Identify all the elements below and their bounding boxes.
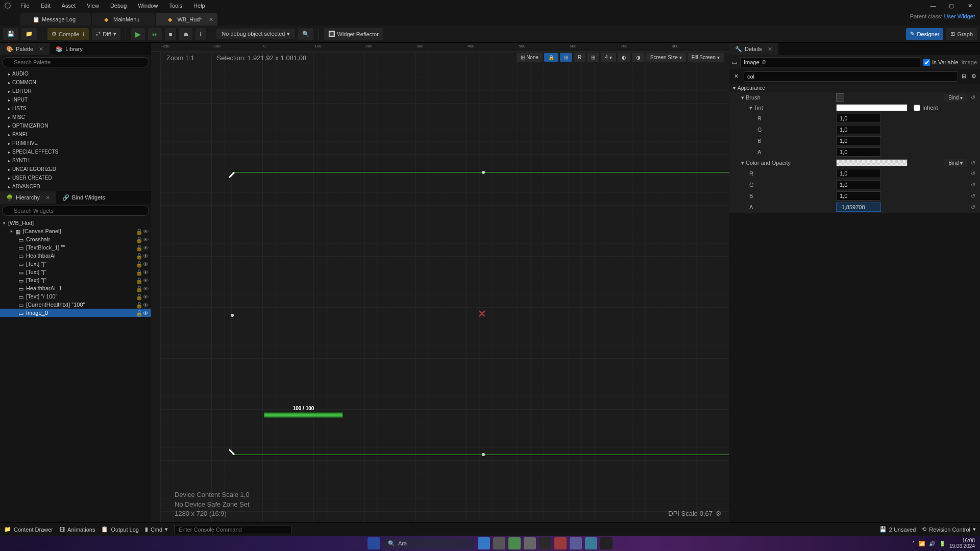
cmd-dropdown[interactable]: ▮Cmd ▾ [145,526,168,533]
eye-icon[interactable]: 👁 [143,294,149,299]
resize-handle-bl[interactable] [227,447,239,460]
hier-item[interactable]: ▭[Text] "|"🔓👁 [0,276,151,284]
gear-icon[interactable]: ⚙ [970,71,978,82]
bind-dropdown[interactable]: Bind ▾ [944,94,967,102]
grid-button[interactable]: ⊞ [560,53,572,62]
palette-category[interactable]: OPTIMIZATION [0,121,151,130]
hier-item[interactable]: ▭HealthbarAI🔓👁 [0,252,151,260]
reset-button[interactable]: ↺ [971,193,978,199]
layout-none-button[interactable]: ⊞ None [517,53,543,62]
tint-b-input[interactable] [836,136,881,145]
stop-button[interactable]: ■ [165,28,177,40]
palette-category[interactable]: LISTS [0,104,151,113]
resize-handle-tl[interactable] [227,167,239,180]
section-appearance[interactable]: ▾ Appearance [729,84,980,92]
dpi-scale[interactable]: DPI Scale 0,67⚙ [668,510,722,517]
menu-help[interactable]: Help [188,2,210,10]
taskbar-app[interactable] [600,537,612,549]
console-input[interactable] [174,525,291,534]
play-button[interactable]: ▶ [131,28,145,40]
color-swatch[interactable] [836,159,908,166]
designer-viewport[interactable]: -200 -100 0 100 200 300 400 500 600 700 … [151,43,729,522]
screen-size-dropdown[interactable]: Screen Size ▾ [646,53,686,62]
palette-category[interactable]: ADVANCED [0,182,151,191]
eye-icon[interactable]: 👁 [143,245,149,250]
eye-icon[interactable]: 👁 [143,229,149,234]
reset-button[interactable]: ↺ [971,204,978,211]
palette-search-input[interactable] [2,57,149,67]
designer-mode-button[interactable]: ✎Designer [906,28,943,40]
reset-button[interactable]: ↺ [971,182,978,188]
eye-icon[interactable]: 👁 [143,310,149,315]
library-tab[interactable]: 📚Library [50,43,89,55]
tab-mainmenu[interactable]: ◆ MainMenu [92,13,155,26]
hierarchy-search-input[interactable] [2,206,149,216]
lock-icon[interactable]: 🔓 [136,310,142,315]
diff-button[interactable]: ⇄Diff ▾ [92,28,120,40]
palette-category[interactable]: EDITOR [0,87,151,95]
content-drawer-button[interactable]: 📁Content Drawer [4,526,53,533]
lock-icon[interactable]: 🔓 [136,245,142,250]
taskbar-app[interactable] [570,537,582,549]
eye-icon[interactable]: 👁 [143,278,149,283]
chevron-up-icon[interactable]: ˄ [912,541,915,546]
reset-button[interactable]: ↺ [971,160,978,166]
palette-tab[interactable]: 🎨Palette✕ [0,43,50,55]
start-button[interactable] [368,537,380,549]
filter-icon[interactable]: ⊞ [960,71,968,82]
palette-category[interactable]: INPUT [0,95,151,104]
hier-canvas[interactable]: ▾▦[Canvas Panel]🔓👁 [0,227,151,235]
taskbar-app[interactable] [478,537,490,549]
fill-screen-dropdown[interactable]: Fill Screen ▾ [688,53,724,62]
ue-logo[interactable] [3,1,12,10]
graph-mode-button[interactable]: ⊞Graph [946,28,977,40]
color-r-input[interactable] [836,169,881,178]
tint-g-input[interactable] [836,125,881,134]
bind-dropdown[interactable]: Bind ▾ [944,159,967,167]
output-log-button[interactable]: 📋Output Log [101,526,138,533]
window-minimize[interactable]: — [926,3,940,9]
eye-icon[interactable]: 👁 [143,253,149,258]
palette-category[interactable]: SPECIAL EFFECTS [0,147,151,156]
clear-search-button[interactable]: ✕ [731,71,742,82]
lock-icon[interactable]: 🔓 [136,261,142,266]
lock-icon[interactable]: 🔓 [136,278,142,283]
eject-button[interactable]: ⏏ [179,28,192,40]
palette-category[interactable]: UNCATEGORIZED [0,165,151,173]
hier-root[interactable]: ▾[WB_Hud] [0,219,151,227]
resize-handle-tr[interactable] [724,167,729,180]
lock-icon[interactable]: 🔓 [136,253,142,258]
lock-icon[interactable]: 🔓 [136,269,142,274]
volume-icon[interactable]: 🔊 [929,541,935,546]
window-close[interactable]: ✕ [963,3,977,9]
hier-item[interactable]: ▭[CurrentHealthtxt] "100"🔓👁 [0,300,151,309]
lock-button[interactable]: 🔒 [544,53,558,62]
palette-category[interactable]: SYNTH [0,156,151,165]
color-g-input[interactable] [836,180,881,189]
taskbar-app[interactable] [508,537,521,549]
resize-handle-br[interactable] [724,447,729,460]
eye-icon[interactable]: 👁 [143,269,149,274]
taskbar-search[interactable]: 🔍Ara [383,538,475,549]
taskbar-app[interactable] [585,537,597,549]
menu-debug[interactable]: Debug [105,2,132,10]
palette-category[interactable]: AUDIO [0,69,151,78]
palette-category[interactable]: COMMON [0,78,151,87]
grid-snap-button[interactable]: ⊞ [587,53,599,62]
color-b-input[interactable] [836,191,881,201]
save-button[interactable]: 💾 [3,28,18,40]
taskbar-app[interactable] [524,537,536,549]
palette-category[interactable]: USER CREATED [0,173,151,182]
hier-item[interactable]: ▭[Text] "|"🔓👁 [0,260,151,268]
eye-icon[interactable]: 👁 [143,237,149,242]
tab-wb-hud[interactable]: ◆ WB_Hud* ✕ [156,13,217,26]
lock-icon[interactable]: 🔓 [136,237,142,242]
hier-item[interactable]: ▭[Text] "|"🔓👁 [0,268,151,276]
close-icon[interactable]: ✕ [768,46,772,53]
r-button[interactable]: R [574,53,585,62]
resize-handle-l[interactable] [231,314,234,317]
is-variable-checkbox[interactable]: Is Variable [923,59,958,66]
tint-r-input[interactable] [836,114,881,123]
localize-button[interactable]: 4 ▾ [601,53,616,62]
options-button[interactable]: ⁞ [195,28,206,40]
